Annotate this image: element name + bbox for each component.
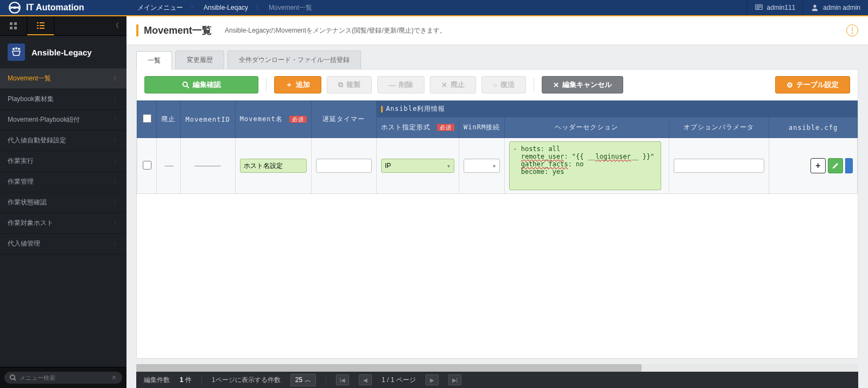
data-table: 廃止 MovementID Movement名 必須 遅延タイマー Ansibl… <box>137 101 858 194</box>
movement-id-value: ——— <box>195 161 221 170</box>
tab-bulk[interactable]: 全件ダウンロード・ファイル一括登録 <box>227 51 361 69</box>
option-param-input[interactable] <box>674 159 764 173</box>
col-header-section: ヘッダーセクション <box>505 117 669 138</box>
breadcrumb: メインメニュー 〉 Ansible-Leqacy 〉 Movement一覧 <box>126 3 747 12</box>
sidebar-item-manage[interactable]: 作業管理〉 <box>0 172 126 192</box>
content-panel: 編集確認 ＋ 追加 ⧉ 複製 — 削除 ✕ 廃止 <box>136 69 858 359</box>
toolbar-separator <box>266 78 267 91</box>
sidebar-item-status[interactable]: 作業状態確認〉 <box>0 192 126 213</box>
sidebar-view-grid[interactable] <box>0 16 27 35</box>
app-logo[interactable]: IT Automation <box>0 1 126 15</box>
sidebar-item-label: 作業状態確認 <box>8 198 47 207</box>
winrm-select[interactable] <box>464 159 500 173</box>
breadcrumb-item-1[interactable]: Ansible-Leqacy <box>204 4 248 11</box>
user-button[interactable]: admin admin <box>803 0 868 15</box>
svg-rect-11 <box>40 22 45 23</box>
sidebar-item-label: 代入値自動登録設定 <box>8 136 66 145</box>
table-footer: 編集件数 1 件 1ページに表示する件数 25 ︿ |◀ ◀ 1 / 1 ページ… <box>136 372 858 388</box>
abolish-button: ✕ 廃止 <box>430 76 476 93</box>
sidebar-search: ✕ <box>0 367 126 388</box>
sidebar-item-label: 作業管理 <box>8 177 34 186</box>
pager-next-button[interactable]: ▶ <box>426 374 439 385</box>
chevron-double-left-icon: 《 <box>112 21 119 30</box>
logo-icon <box>8 1 22 15</box>
row-checkbox[interactable] <box>143 161 151 170</box>
horizontal-scrollbar[interactable] <box>136 364 858 372</box>
chevron-right-icon: 〉 <box>113 178 119 186</box>
svg-point-19 <box>10 375 15 379</box>
svg-rect-3 <box>756 7 761 8</box>
sidebar-item-label: 作業対象ホスト <box>8 218 53 228</box>
cancel-button[interactable]: ✕ 編集キャンセル <box>542 76 623 93</box>
movement-name-input[interactable] <box>240 159 307 173</box>
required-badge: 必須 <box>437 124 454 131</box>
sidebar-item-target-host[interactable]: 作業対象ホスト〉 <box>0 213 126 234</box>
plus-icon: + <box>815 161 820 171</box>
col-host-format: ホスト指定形式 必須 <box>376 117 459 138</box>
table-settings-button[interactable]: ⚙ テーブル設定 <box>775 76 850 93</box>
col-ansible-cfg: ansible.cfg <box>769 117 858 138</box>
chevron-right-icon: 〉 <box>256 4 261 11</box>
breadcrumb-item-2: Movement一覧 <box>269 3 312 12</box>
pager-last-button[interactable]: ▶| <box>448 374 461 385</box>
list-icon <box>36 21 45 30</box>
chevron-right-icon: 〉 <box>113 199 119 206</box>
table-scroll[interactable]: 廃止 MovementID Movement名 必須 遅延タイマー Ansibl… <box>137 101 858 358</box>
host-format-select[interactable]: IP <box>381 159 454 173</box>
edit-file-button[interactable] <box>828 158 843 173</box>
page-menu-button[interactable]: ⋮ <box>846 24 858 36</box>
tabs: 一覧 変更履歴 全件ダウンロード・ファイル一括登録 <box>126 45 868 69</box>
sidebar-item-movement-list[interactable]: Movement一覧〉 <box>0 68 126 89</box>
col-abolish: 廃止 <box>157 101 181 138</box>
edit-count-label: 編集件数 <box>144 376 170 385</box>
confirm-button[interactable]: 編集確認 <box>144 76 258 93</box>
svg-point-17 <box>15 47 17 49</box>
restore-button: ○ 復活 <box>481 76 526 93</box>
tab-list[interactable]: 一覧 <box>136 51 172 70</box>
sidebar-item-substitute[interactable]: 代入値管理〉 <box>0 234 126 254</box>
sidebar-collapse-button[interactable]: 《 <box>54 21 126 30</box>
pager-prev-button[interactable]: ◀ <box>359 374 372 385</box>
chevron-right-icon: 〉 <box>113 240 119 248</box>
sidebar-title-label: Ansible-Legacy <box>31 48 92 57</box>
scrollbar-thumb[interactable] <box>136 364 642 372</box>
abolish-label: 廃止 <box>451 80 465 90</box>
edit-count-value: 1 <box>180 376 183 384</box>
table-row: — ——— IP <box>137 138 858 194</box>
cancel-label: 編集キャンセル <box>562 80 612 90</box>
x-icon: ✕ <box>441 81 447 89</box>
tab-history[interactable]: 変更履歴 <box>175 51 224 69</box>
chevron-right-icon: 〉 <box>191 4 196 11</box>
sidebar-title: Ansible-Legacy <box>0 36 126 68</box>
svg-line-22 <box>187 86 189 88</box>
chevron-right-icon: 〉 <box>113 158 119 165</box>
breadcrumb-item-0[interactable]: メインメニュー <box>137 3 183 12</box>
delete-label: 削除 <box>399 80 413 90</box>
sidebar-item-movement-playbook[interactable]: Movement-Playbook紐付〉 <box>0 110 126 130</box>
workspace-button[interactable]: admin111 <box>747 0 803 15</box>
svg-rect-14 <box>37 28 39 29</box>
view-file-button[interactable] <box>845 158 853 173</box>
svg-point-16 <box>12 48 15 50</box>
clear-icon[interactable]: ✕ <box>111 374 117 381</box>
sidebar-item-execute[interactable]: 作業実行〉 <box>0 151 126 172</box>
delay-timer-input[interactable] <box>316 159 372 173</box>
sidebar-view-list[interactable] <box>27 16 54 35</box>
pager-first-button[interactable]: |◀ <box>336 374 349 385</box>
col-movement-name: Movement名 必須 <box>235 101 311 138</box>
delete-button: — 削除 <box>377 76 425 93</box>
sidebar-item-playbook[interactable]: Playbook素材集〉 <box>0 89 126 110</box>
add-button[interactable]: ＋ 追加 <box>274 76 321 93</box>
add-file-button[interactable]: + <box>810 158 826 173</box>
copy-label: 複製 <box>346 80 360 90</box>
select-all-checkbox[interactable] <box>143 114 151 123</box>
sidebar-search-input[interactable] <box>20 374 108 381</box>
user-label: admin admin <box>823 4 860 11</box>
page-title: Movement一覧 <box>144 24 212 37</box>
abolish-value: — <box>164 161 172 170</box>
header-section-textarea[interactable]: - hosts: all remote_user: "{{ __loginuse… <box>509 141 661 190</box>
sidebar-item-label: 作業実行 <box>8 157 34 166</box>
per-page-select[interactable]: 25 ︿ <box>290 374 316 386</box>
app-header: IT Automation メインメニュー 〉 Ansible-Leqacy 〉… <box>0 0 868 16</box>
sidebar-item-auto-register[interactable]: 代入値自動登録設定〉 <box>0 130 126 151</box>
